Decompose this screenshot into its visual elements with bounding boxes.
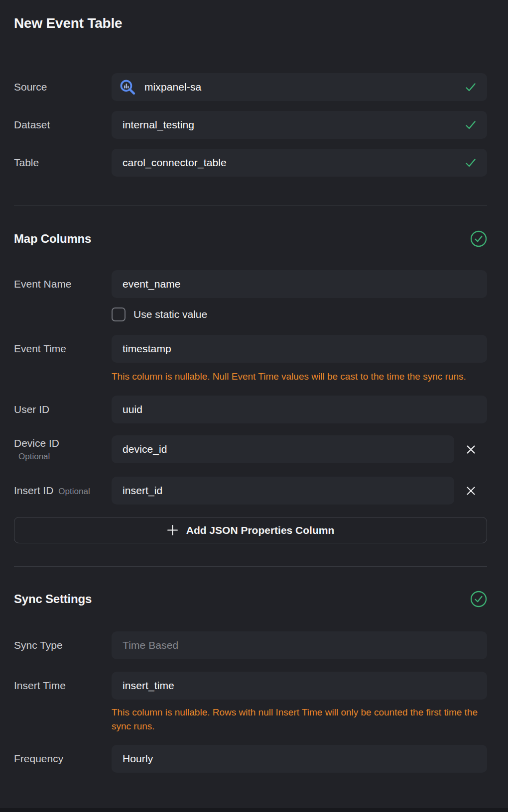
use-static-value-checkbox[interactable] <box>112 307 126 321</box>
remove-insert-id-button[interactable] <box>454 477 487 505</box>
x-icon <box>466 445 476 454</box>
frequency-row: Frequency Hourly <box>14 745 487 773</box>
event-time-select[interactable]: timestamp <box>112 335 487 363</box>
event-name-value: event_name <box>123 278 181 290</box>
frequency-value: Hourly <box>123 753 153 765</box>
table-row: Table carol_connector_table <box>14 149 487 177</box>
user-id-select[interactable]: uuid <box>112 396 487 423</box>
event-time-value: timestamp <box>123 343 171 355</box>
sync-settings-header: Sync Settings <box>14 591 487 608</box>
source-label: Source <box>14 81 47 93</box>
insert-time-nullable-warning: This column is nullable. Rows with null … <box>112 706 478 733</box>
event-name-label: Event Name <box>14 278 72 290</box>
source-select[interactable]: mixpanel-sa <box>112 73 487 101</box>
map-columns-complete-circle-check-icon <box>470 230 487 247</box>
page-title: New Event Table <box>14 15 487 31</box>
event-name-select[interactable]: event_name <box>112 270 487 298</box>
event-time-nullable-warning: This column is nullable. Null Event Time… <box>112 370 478 384</box>
device-id-optional-label: Optional <box>14 452 112 462</box>
sync-settings-title: Sync Settings <box>14 592 92 607</box>
sync-type-value: Time Based <box>123 639 178 651</box>
device-id-label: Device ID <box>14 437 59 449</box>
event-time-label: Event Time <box>14 343 66 354</box>
device-id-select[interactable]: device_id <box>112 435 454 463</box>
use-static-value-row: Use static value <box>112 307 487 322</box>
event-name-row: Event Name event_name <box>14 270 487 298</box>
user-id-value: uuid <box>123 404 142 415</box>
section-divider <box>14 566 487 567</box>
dataset-select[interactable]: internal_testing <box>112 111 487 139</box>
insert-time-label: Insert Time <box>14 680 66 691</box>
insert-time-row: Insert Time insert_time <box>14 672 487 700</box>
event-time-row: Event Time timestamp <box>14 335 487 363</box>
search-analytics-icon <box>119 78 136 96</box>
user-id-row: User ID uuid <box>14 396 487 423</box>
dataset-label: Dataset <box>14 119 50 130</box>
insert-time-select[interactable]: insert_time <box>112 672 487 700</box>
source-row: Source mixpanel-sa <box>14 73 487 101</box>
source-valid-check-icon <box>465 83 476 92</box>
source-value: mixpanel-sa <box>144 81 201 93</box>
table-select[interactable]: carol_connector_table <box>112 149 487 177</box>
dataset-value: internal_testing <box>123 119 194 131</box>
insert-id-select[interactable]: insert_id <box>112 477 454 505</box>
insert-id-optional-label: Optional <box>58 487 90 497</box>
plus-icon <box>167 524 178 536</box>
add-json-properties-label: Add JSON Properties Column <box>186 524 335 536</box>
insert-id-value: insert_id <box>123 485 162 497</box>
device-id-value: device_id <box>123 443 167 455</box>
panel-bottom-edge <box>0 808 508 812</box>
table-label: Table <box>14 157 39 168</box>
table-value: carol_connector_table <box>123 157 227 169</box>
user-id-label: User ID <box>14 404 49 415</box>
map-columns-title: Map Columns <box>14 231 91 246</box>
dataset-row: Dataset internal_testing <box>14 111 487 139</box>
sync-type-label: Sync Type <box>14 639 63 651</box>
table-valid-check-icon <box>465 158 476 168</box>
sync-type-row: Sync Type Time Based <box>14 631 487 659</box>
use-static-value-label: Use static value <box>133 308 207 320</box>
section-divider <box>14 205 487 205</box>
insert-time-value: insert_time <box>123 680 174 692</box>
frequency-select[interactable]: Hourly <box>112 745 487 773</box>
frequency-label: Frequency <box>14 753 63 764</box>
device-id-row: Device ID Optional device_id <box>14 435 487 463</box>
new-event-table-panel: New Event Table Source mixpanel-sa <box>0 0 508 812</box>
sync-settings-complete-circle-check-icon <box>470 591 487 608</box>
insert-id-row: Insert ID Optional insert_id <box>14 477 487 505</box>
remove-device-id-button[interactable] <box>454 435 487 463</box>
map-columns-header: Map Columns <box>14 230 487 247</box>
sync-type-select: Time Based <box>112 631 487 659</box>
x-icon <box>466 486 476 496</box>
dataset-valid-check-icon <box>465 120 476 130</box>
insert-id-label: Insert ID <box>14 484 53 497</box>
add-json-properties-button[interactable]: Add JSON Properties Column <box>14 517 487 543</box>
